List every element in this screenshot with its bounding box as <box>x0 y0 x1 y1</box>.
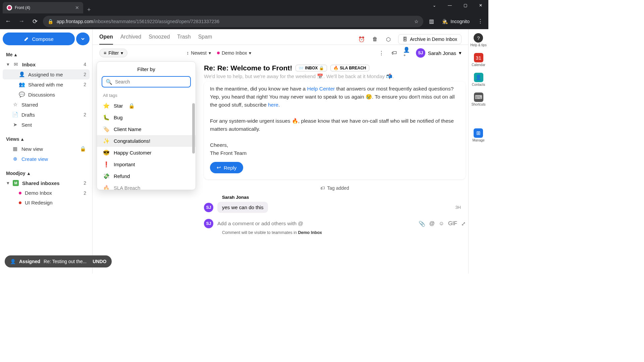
forward-button[interactable]: → <box>16 16 27 27</box>
reply-label: Reply <box>224 165 236 171</box>
tab-archived[interactable]: Archived <box>120 34 141 45</box>
sidebar-item-label: Starred <box>21 102 86 108</box>
section-me[interactable]: Me ▴ <box>3 50 90 59</box>
sort-button[interactable]: ↕ Newest ▾ <box>186 50 211 56</box>
inbox-selector[interactable]: Demo Inbox ▾ <box>217 50 251 56</box>
assign-icon[interactable]: 👤⁺ <box>403 49 411 57</box>
sidebar-item-inbox[interactable]: ▾ ✉ Inbox 4 <box>3 59 90 69</box>
reload-button[interactable]: ⟳ <box>30 16 40 27</box>
emoji-icon[interactable]: ☺ <box>439 221 444 227</box>
filter-button[interactable]: ≡ Filter ▾ <box>99 49 127 57</box>
sidebar-item-assigned[interactable]: 👤 Assigned to me 2 <box>3 69 90 79</box>
sidebar-item-shared-inboxes[interactable]: ▾ M Shared inboxes 2 <box>3 178 90 188</box>
filter-item-congratulations[interactable]: ✨Congratulations! <box>97 135 196 147</box>
section-views-label: Views <box>6 136 19 142</box>
chevron-down-icon: ▾ <box>7 61 9 67</box>
tabs-dropdown-icon[interactable]: ⌄ <box>427 0 442 11</box>
reply-button[interactable]: ↩ Reply <box>210 162 243 173</box>
m-badge-icon: M <box>13 180 19 186</box>
gif-icon[interactable]: GIF <box>448 221 457 227</box>
filter-section-label: All tags <box>97 91 196 100</box>
tag-sla-breach[interactable]: 🔥SLA BREACH <box>330 65 369 71</box>
main-panel: Open Archived Snoozed Trash Spam ⏰ 🗑 ⬡ 🗄… <box>93 29 468 274</box>
inbox-label: Demo Inbox <box>222 50 247 56</box>
scrollbar-thumb[interactable] <box>192 103 195 154</box>
tab-open[interactable]: Open <box>99 34 113 45</box>
new-tab-button[interactable]: + <box>83 6 95 13</box>
sidebar-item-new-view[interactable]: ▦ New view 🔒 <box>3 144 90 154</box>
compose-dropdown[interactable] <box>76 33 90 45</box>
tag-inbox[interactable]: 📨INBOX🔒 <box>296 65 327 71</box>
minimize-button[interactable]: — <box>442 0 458 11</box>
tab-bar: Front (4) ✕ + ⌄ — ▢ ✕ <box>0 0 488 13</box>
back-button[interactable]: ← <box>3 16 13 27</box>
filter-item-label: Important <box>114 162 135 167</box>
sidebar-item-starred[interactable]: ☆ Starred <box>3 100 90 110</box>
snooze-icon[interactable]: ⏰ <box>358 36 365 43</box>
filter-item-refund[interactable]: 💸Refund <box>97 170 196 182</box>
spam-icon[interactable]: ⬡ <box>385 36 392 43</box>
filter-item-important[interactable]: ❗Important <box>97 159 196 170</box>
sidebar-item-demo-inbox[interactable]: Demo Inbox 2 <box>3 188 90 198</box>
help-center-link[interactable]: Help Center <box>307 86 335 92</box>
sidebar-item-discussions[interactable]: 💬 Discussions <box>3 89 90 100</box>
rail-manage[interactable]: ⊞Manage <box>472 128 484 142</box>
subscribe-link[interactable]: here <box>268 102 278 108</box>
sidebar-item-shared[interactable]: 👥 Shared with me 2 <box>3 79 90 89</box>
filter-item-sla-breach[interactable]: 🔥SLA Breach <box>97 182 196 190</box>
tag-icon[interactable]: 🏷 <box>390 49 398 57</box>
filter-item-bug[interactable]: 🐛Bug <box>97 112 196 123</box>
sidebar-create-view[interactable]: ⊕ Create view <box>3 154 90 164</box>
message-paragraph: For any system-wide urgent issues 🔥, ple… <box>210 117 460 133</box>
sidebar-item-label: Discussions <box>28 92 86 98</box>
filter-item-happy-customer[interactable]: 😎Happy Customer <box>97 147 196 159</box>
comment-input[interactable] <box>217 221 415 227</box>
section-views[interactable]: Views ▴ <box>3 134 90 144</box>
more-icon[interactable]: ⋮ <box>378 49 385 57</box>
chevron-up-icon: ▴ <box>21 136 23 142</box>
sidebar-item-ui-redesign[interactable]: UI Redesign <box>3 198 90 207</box>
rail-calendar[interactable]: 31Calendar <box>472 53 485 67</box>
right-rail: ?Help & tips 31Calendar 👤Contacts ⌨Short… <box>468 29 488 274</box>
undo-button[interactable]: UNDO <box>93 259 106 264</box>
browser-tab[interactable]: Front (4) ✕ <box>3 2 83 13</box>
rail-contacts[interactable]: 👤Contacts <box>472 73 485 86</box>
archive-button[interactable]: 🗄 Archive in Demo Inbox <box>398 34 462 44</box>
filter-search-input[interactable] <box>115 79 187 84</box>
menu-icon[interactable]: ⋮ <box>475 16 486 27</box>
message-paragraph: In the meantime, did you know we have a … <box>210 85 460 109</box>
rail-shortcuts[interactable]: ⌨Shortcuts <box>471 93 485 106</box>
close-window-button[interactable]: ✕ <box>473 0 488 11</box>
rail-label: Help & tips <box>470 43 486 47</box>
rail-help[interactable]: ?Help & tips <box>470 33 486 47</box>
section-moodjoy[interactable]: Moodjoy ▴ <box>3 169 90 178</box>
bookmark-icon[interactable]: ☆ <box>414 19 419 24</box>
filter-icon: ≡ <box>104 50 106 56</box>
compose-button[interactable]: Compose <box>3 33 75 45</box>
plus-icon: ⊕ <box>12 156 18 162</box>
tab-spam[interactable]: Spam <box>198 34 212 45</box>
chevron-down-icon: ▾ <box>121 50 123 56</box>
sidebar-item-drafts[interactable]: 📄 Drafts 2 <box>3 110 90 120</box>
trash-icon[interactable]: 🗑 <box>371 36 379 43</box>
filter-list[interactable]: ⭐Star🔒 🐛Bug 🏷️Client Name ✨Congratulatio… <box>97 100 196 190</box>
expand-icon[interactable]: ⤢ <box>461 221 466 227</box>
sidebar-item-sent[interactable]: ➤ Sent <box>3 120 90 130</box>
activity-label: Tag added <box>327 185 349 191</box>
maximize-button[interactable]: ▢ <box>458 0 473 11</box>
extensions-icon[interactable]: ▥ <box>426 16 437 27</box>
tab-trash[interactable]: Trash <box>177 34 191 45</box>
filter-item-star[interactable]: ⭐Star🔒 <box>97 100 196 112</box>
mention-icon[interactable]: @ <box>429 221 435 227</box>
url-bar[interactable]: 🔒 app.frontapp.com/inboxes/teammates/156… <box>43 16 423 27</box>
assignee-selector[interactable]: SJ Sarah Jonas ▾ <box>416 48 462 58</box>
message-cut-line: We'd love to help, but we're away for th… <box>204 73 466 79</box>
attach-icon[interactable]: 📎 <box>419 221 425 227</box>
close-icon[interactable]: ✕ <box>75 5 79 10</box>
sidebar-item-label: UI Redesign <box>25 200 86 205</box>
dot-icon <box>217 52 220 54</box>
message-subject: Re: Re: Welcome to Front! <box>204 64 292 72</box>
filter-search[interactable]: 🔍 <box>102 76 191 87</box>
filter-item-client-name[interactable]: 🏷️Client Name <box>97 123 196 135</box>
tab-snoozed[interactable]: Snoozed <box>149 34 170 45</box>
